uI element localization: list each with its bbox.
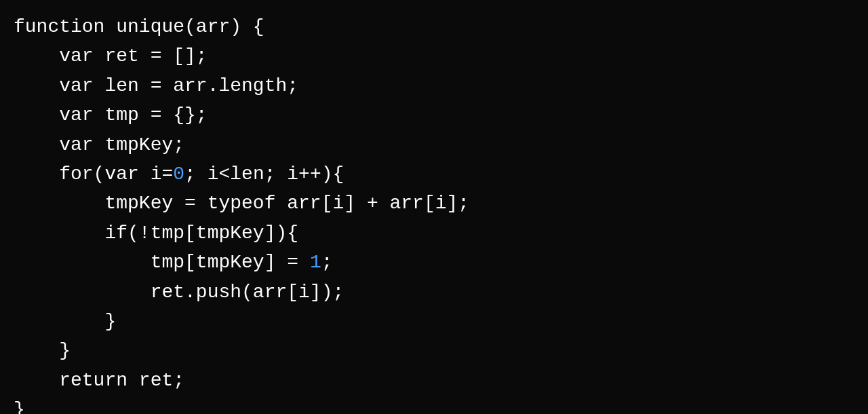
code-line: } bbox=[14, 395, 854, 414]
code-block: function unique(arr) { var ret = []; var… bbox=[0, 0, 868, 414]
code-line: var tmpKey; bbox=[14, 130, 854, 159]
code-token-normal: var tmp = {}; bbox=[14, 105, 208, 126]
code-token-normal: if(!tmp[tmpKey]){ bbox=[14, 223, 298, 244]
code-token-normal: tmp[tmpKey] = bbox=[14, 252, 310, 273]
code-line: } bbox=[14, 336, 854, 365]
code-line: } bbox=[14, 307, 854, 336]
code-token-normal: } bbox=[14, 340, 71, 361]
code-token-number: 0 bbox=[173, 164, 184, 185]
code-line: for(var i=0; i<len; i++){ bbox=[14, 159, 854, 189]
code-token-normal: } bbox=[14, 399, 25, 414]
code-line: return ret; bbox=[14, 366, 854, 395]
code-token-normal: var len = arr.length; bbox=[14, 75, 298, 96]
code-token-normal: var tmpKey; bbox=[14, 134, 184, 155]
code-line: tmp[tmpKey] = 1; bbox=[14, 248, 854, 277]
code-token-normal: ; i<len; i++){ bbox=[184, 164, 344, 185]
code-line: function unique(arr) { bbox=[14, 12, 854, 41]
code-token-normal: ret.push(arr[i]); bbox=[14, 282, 344, 303]
code-token-normal: ; bbox=[321, 252, 333, 273]
code-token-normal: var ret = []; bbox=[14, 45, 208, 67]
code-token-normal: return ret; bbox=[14, 370, 184, 391]
code-token-normal: for(var i= bbox=[14, 164, 173, 185]
code-line: if(!tmp[tmpKey]){ bbox=[14, 219, 854, 248]
code-line: var ret = []; bbox=[14, 41, 854, 71]
code-line: var tmp = {}; bbox=[14, 100, 854, 130]
code-token-normal: tmpKey = typeof arr[i] + arr[i]; bbox=[14, 193, 469, 214]
code-line: ret.push(arr[i]); bbox=[14, 278, 854, 307]
code-token-normal: function unique(arr) { bbox=[14, 16, 264, 37]
code-token-normal: } bbox=[14, 311, 116, 332]
code-line: tmpKey = typeof arr[i] + arr[i]; bbox=[14, 189, 854, 218]
code-line: var len = arr.length; bbox=[14, 71, 854, 100]
code-token-number: 1 bbox=[310, 252, 321, 273]
